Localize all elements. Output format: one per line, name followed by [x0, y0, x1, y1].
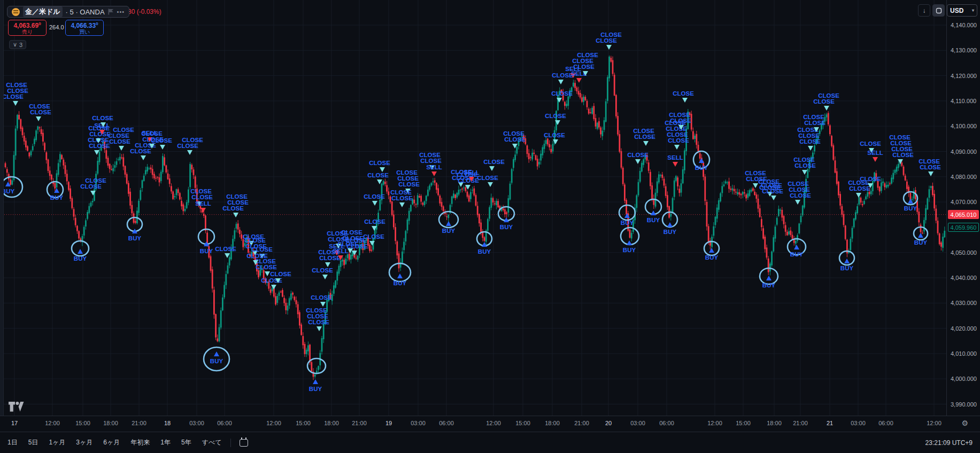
- time-tick-label: 18: [164, 420, 171, 426]
- svg-text:CLOSE: CLOSE: [29, 103, 50, 110]
- svg-text:CLOSE: CLOSE: [244, 237, 266, 244]
- svg-text:CLOSE: CLOSE: [633, 128, 654, 134]
- price-chart[interactable]: CLOSECLOSECLOSECLOSECLOSEBUYBUYBUYCLOSEC…: [0, 0, 946, 416]
- svg-text:CLOSE: CLOSE: [813, 98, 835, 105]
- price-tick-label: 4,120.000: [951, 73, 977, 79]
- time-tick-label: 06:00: [217, 420, 232, 426]
- svg-text:CLOSE: CLOSE: [222, 205, 244, 212]
- range-button[interactable]: 6ヶ月: [103, 438, 120, 447]
- svg-text:CLOSE: CLOSE: [311, 294, 332, 301]
- svg-text:BUY: BUY: [309, 386, 322, 392]
- svg-text:CLOSE: CLOSE: [761, 182, 782, 189]
- range-button[interactable]: 5年: [181, 438, 191, 447]
- svg-text:CLOSE: CLOSE: [799, 138, 821, 145]
- svg-text:CLOSE: CLOSE: [391, 195, 413, 201]
- svg-text:CLOSE: CLOSE: [396, 169, 418, 176]
- range-button[interactable]: 5日: [28, 438, 38, 447]
- svg-text:BUY: BUY: [695, 165, 708, 171]
- time-axis[interactable]: ⚙ 1712:0015:0018:0021:001803:0006:0012:0…: [0, 416, 980, 432]
- svg-text:CLOSE: CLOSE: [503, 130, 524, 137]
- svg-text:CLOSE: CLOSE: [130, 148, 151, 154]
- time-tick-label: 12:00: [266, 420, 281, 426]
- price-tick-label: 4,130.000: [951, 47, 977, 53]
- svg-text:CLOSE: CLOSE: [458, 177, 479, 184]
- flag-icon[interactable]: [108, 9, 114, 15]
- price-tick-label: 4,050.000: [951, 249, 977, 256]
- time-tick-label: 03:00: [630, 420, 645, 426]
- time-tick-label: 15:00: [736, 420, 751, 426]
- sell-button[interactable]: 4,063.690 売り: [8, 20, 47, 36]
- gear-icon[interactable]: ⚙: [961, 419, 968, 427]
- svg-text:CLOSE: CLOSE: [860, 140, 881, 147]
- clock-timezone[interactable]: 23:21:09 UTC+9: [925, 439, 973, 447]
- svg-text:CLOSE: CLOSE: [572, 58, 593, 64]
- symbol-pill[interactable]: 金／米ドル · 5 · OANDA •••: [7, 6, 129, 18]
- svg-text:BUY: BUY: [74, 255, 87, 262]
- range-button[interactable]: 1日: [7, 438, 18, 447]
- time-tick-label: 21:00: [793, 420, 808, 426]
- svg-text:CLOSE: CLOSE: [919, 158, 940, 165]
- gold-symbol-icon: [12, 8, 20, 16]
- scroll-to-latest-button[interactable]: ↓: [918, 4, 930, 17]
- svg-text:CLOSE: CLOSE: [596, 37, 617, 44]
- buy-price: 4,066.33: [71, 22, 96, 29]
- range-button[interactable]: 1年: [160, 438, 171, 447]
- svg-text:CLOSE: CLOSE: [544, 132, 565, 138]
- svg-text:BUY: BUY: [128, 235, 142, 241]
- time-tick-label: 12:00: [45, 420, 60, 426]
- sell-label: 売り: [22, 29, 33, 35]
- svg-text:CLOSE: CLOSE: [745, 170, 766, 176]
- maximize-chart-button[interactable]: [932, 4, 945, 17]
- svg-text:CLOSE: CLOSE: [346, 243, 368, 249]
- svg-text:CLOSE: CLOSE: [891, 146, 913, 152]
- collapsed-drawing-toolbar[interactable]: [0, 0, 4, 416]
- symbol-interval-exchange: · 5 · OANDA: [66, 8, 105, 16]
- svg-text:CLOSE: CLOSE: [227, 199, 249, 206]
- range-button[interactable]: 1ヶ月: [49, 438, 65, 447]
- svg-text:BUY: BUY: [210, 358, 223, 364]
- svg-text:CLOSE: CLOSE: [108, 132, 129, 139]
- svg-text:CLOSE: CLOSE: [246, 253, 268, 259]
- price-tick-label: 4,020.000: [951, 325, 977, 332]
- spread-value: 264.0: [49, 24, 64, 30]
- currency-dropdown[interactable]: USD ▾: [947, 4, 977, 17]
- svg-text:CLOSE: CLOSE: [477, 175, 498, 181]
- tradingview-logo[interactable]: [9, 402, 25, 412]
- svg-text:CLOSE: CLOSE: [668, 137, 689, 144]
- svg-text:SELL: SELL: [195, 200, 211, 207]
- time-tick-label: 15:00: [75, 420, 90, 426]
- svg-text:CLOSE: CLOSE: [191, 194, 213, 200]
- price-tick-label: 4,040.000: [951, 275, 977, 281]
- time-tick-label: 21: [827, 420, 833, 426]
- range-button[interactable]: すべて: [202, 438, 222, 447]
- svg-text:CLOSE: CLOSE: [113, 127, 134, 133]
- svg-text:CLOSE: CLOSE: [627, 152, 649, 158]
- bid-price-tag: 4,059.960: [948, 223, 979, 232]
- svg-text:CLOSE: CLOSE: [889, 134, 910, 140]
- svg-text:CLOSE: CLOSE: [504, 136, 526, 143]
- svg-text:CLOSE: CLOSE: [363, 233, 384, 240]
- range-button[interactable]: 3ヶ月: [76, 438, 92, 447]
- time-tick-label: 06:00: [659, 420, 674, 426]
- svg-text:CLOSE: CLOSE: [552, 72, 573, 79]
- price-tick-label: 3,990.000: [951, 401, 977, 408]
- svg-text:BUY: BUY: [393, 280, 407, 286]
- svg-text:CLOSE: CLOSE: [306, 307, 327, 314]
- svg-text:BUY: BUY: [705, 254, 719, 261]
- price-axis[interactable]: 4,140.0004,130.0004,120.0004,110.0004,10…: [946, 0, 980, 416]
- svg-text:CLOSE: CLOSE: [789, 186, 810, 193]
- svg-text:BUY: BUY: [840, 265, 854, 271]
- svg-text:SELL: SELL: [426, 164, 442, 170]
- buy-button[interactable]: 4,066.330 買い: [65, 20, 104, 36]
- svg-text:CLOSE: CLOSE: [390, 189, 412, 196]
- go-to-date-icon[interactable]: [240, 439, 248, 447]
- time-tick-label: 21:00: [352, 420, 367, 426]
- symbol-name[interactable]: 金／米ドル: [23, 6, 63, 17]
- svg-text:CLOSE: CLOSE: [2, 93, 24, 100]
- svg-text:CLOSE: CLOSE: [89, 143, 110, 149]
- more-options-icon[interactable]: •••: [117, 9, 125, 15]
- range-button[interactable]: 年初来: [130, 438, 150, 447]
- svg-text:CLOSE: CLOSE: [762, 188, 783, 194]
- indicator-collapse-chip[interactable]: ∨ 3: [9, 40, 26, 49]
- svg-text:CLOSE: CLOSE: [7, 88, 28, 94]
